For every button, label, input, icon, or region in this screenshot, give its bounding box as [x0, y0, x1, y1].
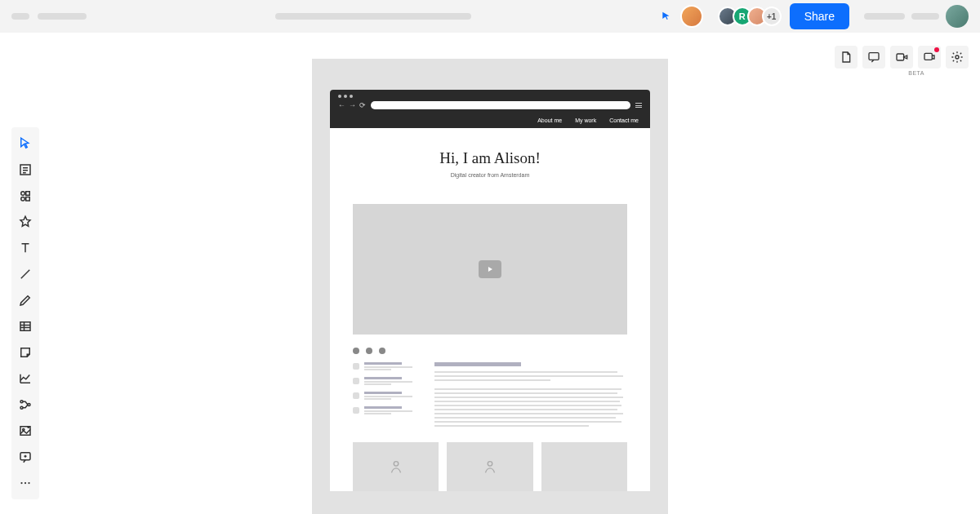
gallery-item	[541, 442, 627, 491]
checkbox-icon	[353, 378, 359, 384]
collaborator-overflow[interactable]: +1	[762, 7, 782, 26]
site-nav: About me My work Contact me	[330, 113, 650, 128]
design-frame[interactable]: ← → ⟳ About me My work Contact me Hi, I …	[312, 59, 668, 514]
nav-link: Contact me	[609, 117, 639, 123]
collaborator-avatars: R +1	[718, 7, 782, 26]
breadcrumb-placeholder	[275, 13, 471, 20]
hero-subtitle: Digital creator from Amsterdam	[346, 172, 634, 178]
top-bar: R +1 Share	[0, 0, 980, 33]
list-item	[353, 406, 418, 414]
gallery-row	[330, 442, 650, 491]
content-columns	[330, 359, 650, 442]
window-controls-icon	[338, 95, 642, 98]
hero-section: Hi, I am Alison! Digital creator from Am…	[330, 128, 650, 189]
checklist-column	[353, 362, 418, 429]
hamburger-icon	[635, 103, 642, 108]
nav-link: About me	[537, 117, 562, 123]
nav-link: My work	[575, 117, 596, 123]
forward-arrow-icon: →	[349, 101, 356, 109]
list-item	[353, 377, 418, 385]
list-item	[353, 392, 418, 400]
user-avatar[interactable]	[946, 5, 969, 28]
menu-placeholder[interactable]	[864, 13, 905, 20]
checkbox-icon	[353, 392, 359, 399]
list-item	[353, 362, 418, 370]
url-bar	[371, 101, 630, 109]
paragraph-column	[434, 362, 627, 429]
logo-placeholder	[11, 13, 29, 20]
browser-chrome: ← → ⟳	[330, 90, 650, 113]
menu-placeholder[interactable]	[911, 13, 939, 20]
svg-point-30	[394, 462, 399, 467]
checkbox-icon	[353, 363, 359, 370]
share-button[interactable]: Share	[790, 3, 849, 29]
browser-nav-icons: ← → ⟳	[338, 101, 366, 109]
checkbox-icon	[353, 407, 359, 414]
svg-point-31	[488, 462, 492, 467]
doc-title-placeholder[interactable]	[38, 13, 87, 20]
browser-mockup: ← → ⟳ About me My work Contact me Hi, I …	[330, 90, 650, 491]
reload-icon: ⟳	[359, 101, 366, 109]
hero-title: Hi, I am Alison!	[346, 149, 634, 167]
gallery-item	[447, 442, 532, 491]
social-icon	[353, 348, 359, 354]
presenter-avatar[interactable]	[680, 5, 703, 28]
topbar-right: R +1 Share	[661, 3, 969, 29]
gallery-item	[353, 442, 439, 491]
play-icon	[479, 260, 501, 278]
social-icon	[379, 348, 385, 354]
social-icon	[366, 348, 372, 354]
social-icons-row	[330, 343, 650, 359]
topbar-center	[96, 13, 651, 20]
topbar-left	[11, 13, 87, 20]
topbar-far-right	[864, 5, 969, 28]
canvas[interactable]: ← → ⟳ About me My work Contact me Hi, I …	[0, 33, 980, 514]
back-arrow-icon: ←	[338, 101, 345, 109]
video-placeholder	[353, 204, 627, 335]
multiplayer-cursor-icon	[661, 11, 672, 22]
